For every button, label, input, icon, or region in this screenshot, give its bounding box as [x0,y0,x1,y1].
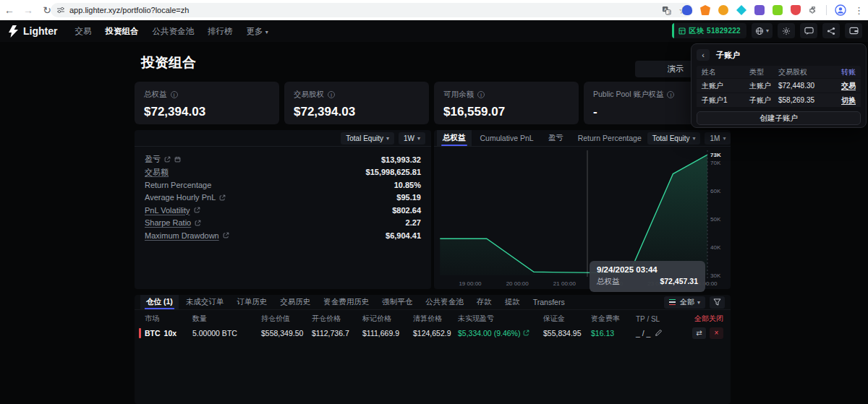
forward-icon[interactable]: → [19,4,38,16]
extension-icon[interactable] [773,5,783,15]
svg-text:60K: 60K [710,188,721,194]
tooltip-value: $72,457.31 [660,277,698,287]
extensions-puzzle-icon[interactable] [809,6,818,15]
filter-funnel-button[interactable] [710,296,725,309]
transfer-link[interactable]: 转账 [836,67,856,77]
tab-order-history[interactable]: 订单历史 [231,295,273,309]
share-icon[interactable] [219,194,226,201]
menu-dots-icon[interactable]: ⋮ [854,5,864,16]
chevron-down-icon: ▾ [766,27,769,34]
tab-positions[interactable]: 仓位 (1) [140,295,179,309]
chart-tab-pnl[interactable]: 盈亏 [542,130,569,146]
share-button[interactable] [822,23,840,38]
svg-text:文: 文 [668,10,672,14]
wallet-icon [849,27,859,35]
value-cell: $558,349.50 [261,329,312,338]
back-icon[interactable]: ← [0,4,19,16]
entry-price-cell: $112,736.7 [312,329,362,338]
chart-period-dropdown[interactable]: 1M▾ [705,132,731,145]
nav-item-trade[interactable]: 交易 [75,26,91,37]
stat-label: 交易股权 [294,90,324,100]
metric-row-max-drawdown: Maximum Drawdown $6,904.41 [145,229,421,242]
language-button[interactable]: ▾ [752,23,773,38]
subaccounts-table-header: 姓名 类型 交易股权 转账 [697,66,861,78]
subaccounts-popup: ‹ 子账户 姓名 类型 交易股权 转账 主账户 主账户 $72,448.30 交… [691,43,867,128]
chart-tab-total-equity[interactable]: 总权益 [437,130,472,146]
chart-tab-cumulative-pnl[interactable]: Cumulative PnL [475,130,540,146]
tab-public-pools[interactable]: 公共资金池 [420,295,469,309]
tab-transfers[interactable]: Transfers [527,295,571,309]
extension-icon[interactable] [718,5,728,15]
share-icon[interactable] [223,232,229,238]
divider [826,5,827,15]
nav-item-more[interactable]: 更多 ▾ [246,26,268,37]
positions-table-header: 市场 数量 持仓价值 开仓价格 标记价格 清算价格 未实现盈亏 保证金 资金费率… [135,312,731,325]
tab-withdrawals[interactable]: 提款 [499,295,526,309]
translate-icon[interactable]: A文 [662,6,671,15]
calendar-icon[interactable] [174,156,181,163]
stat-label: 可用余额 [443,90,474,100]
metric-row-sharpe-ratio: Sharpe Ratio 2.27 [145,217,421,230]
tab-liquidations[interactable]: 强制平仓 [376,295,418,309]
unrealized-pnl-cell: $5,334.00 (9.46%) [458,329,543,338]
info-icon[interactable]: i [328,91,335,98]
svg-text:40K: 40K [710,244,721,251]
extension-icon[interactable] [791,5,801,15]
share-icon[interactable] [194,207,200,213]
metrics-equity-dropdown[interactable]: Total Equity▾ [341,132,394,145]
share-icon[interactable] [164,156,171,163]
equity-chart-panel: 总权益 Cumulative PnL 盈亏 Return Percentage … [434,130,731,289]
wallet-button[interactable] [845,23,862,38]
chart-equity-dropdown[interactable]: Total Equity▾ [647,132,701,145]
extension-icon[interactable] [736,5,746,15]
chevron-down-icon: ▾ [692,135,695,142]
brand-logo[interactable]: Lighter [9,25,57,38]
profile-avatar[interactable] [835,4,846,16]
chevron-down-icon: ▾ [723,135,726,142]
chevron-down-icon: ▾ [417,135,420,142]
site-settings-icon[interactable] [56,6,65,14]
chart-tab-return-percentage[interactable]: Return Percentage [572,130,647,146]
nav-item-public-pools[interactable]: 公共资金池 [152,26,194,37]
browser-chrome: ← → ↻ app.lighter.xyz/portfolio?locale=z… [0,0,868,20]
edit-pencil-icon[interactable] [655,330,662,337]
market-cell[interactable]: BTC 10x [145,328,192,338]
switch-action-link[interactable]: 切换 [836,95,856,106]
share-icon[interactable] [523,330,529,336]
tab-deposits[interactable]: 存款 [471,295,498,309]
support-button[interactable] [800,23,817,38]
info-icon[interactable]: i [171,91,178,98]
subaccount-row-1: 子账户1 子账户 $58,269.35 切换 [697,93,861,107]
nav-item-portfolio[interactable]: 投资组合 [105,26,138,37]
market-filter-dropdown[interactable]: 全部 ▾ [664,296,705,309]
block-number: 51829222 [707,27,741,35]
create-subaccount-button[interactable]: 创建子账户 [697,111,861,125]
settings-button[interactable] [778,23,795,38]
stat-card-total-equity: 总权益i $72,394.03 [135,82,279,124]
extension-icon[interactable] [754,5,765,15]
subaccount-row-main: 主账户 主账户 $72,448.30 交易 [697,78,861,93]
positions-panel: 仓位 (1) 未成交订单 订单历史 交易历史 资金费用历史 强制平仓 公共资金池… [135,295,731,404]
back-chevron-icon[interactable]: ‹ [697,49,710,61]
close-position-button[interactable]: × [710,327,723,339]
nav-item-leaderboard[interactable]: 排行榜 [208,26,233,37]
tab-trade-history[interactable]: 交易历史 [274,295,316,309]
reverse-position-button[interactable]: ⇄ [692,327,706,339]
chevron-down-icon: ▾ [265,29,268,35]
tab-open-orders[interactable]: 未成交订单 [180,295,230,309]
extension-icon[interactable] [682,5,692,15]
trade-action-link[interactable]: 交易 [836,81,856,91]
close-all-button[interactable]: 全部关闭 [682,314,723,324]
metamask-extension-icon[interactable] [700,5,710,15]
address-bar[interactable]: app.lighter.xyz/portfolio?locale=zh A文 ☆ [51,3,693,17]
info-icon[interactable]: i [477,91,485,98]
brand-name: Lighter [23,25,57,37]
metric-row-pnl-volatility: PnL Volatility $802.64 [145,204,421,217]
tab-funding-history[interactable]: 资金费用历史 [318,295,375,309]
metrics-period-dropdown[interactable]: 1W▾ [399,132,425,145]
block-label: 区块 [689,26,704,36]
share-icon[interactable] [195,220,201,226]
equity-chart[interactable]: 70K60K50K40K30K73K19 00:0020 00:0021 00:… [434,147,731,289]
info-icon[interactable]: i [667,91,674,98]
stat-value: $72,394.03 [294,105,420,119]
